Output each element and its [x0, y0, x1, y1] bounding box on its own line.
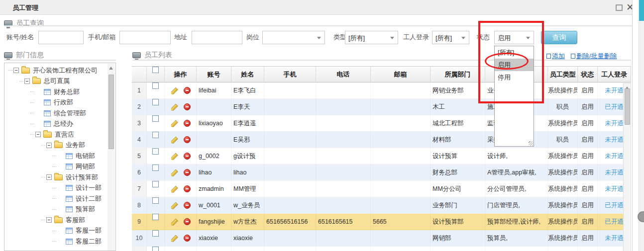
- query-select-4[interactable]: [所有]: [345, 31, 398, 44]
- row-checkbox[interactable]: [152, 197, 159, 204]
- scrollbar-thumb[interactable]: [639, 0, 644, 21]
- scroll-up-icon[interactable]: [109, 67, 113, 70]
- checkbox-cell: [147, 132, 165, 148]
- delete-row-icon[interactable]: [184, 87, 191, 94]
- cell-account: fangshijie: [197, 214, 231, 230]
- tree-node[interactable]: 总司直属: [4, 76, 107, 87]
- edit-icon[interactable]: [170, 202, 178, 209]
- tree-node[interactable]: 网销部: [4, 162, 107, 172]
- cell-account: [197, 132, 231, 148]
- tree-node[interactable]: 设计预算部: [4, 172, 107, 183]
- tree-node[interactable]: 财务总部: [4, 86, 107, 97]
- collapse-expander-icon[interactable]: [46, 217, 52, 223]
- edit-icon[interactable]: [170, 120, 178, 127]
- row-number: 5: [132, 148, 147, 165]
- delete-row-icon[interactable]: [184, 185, 191, 192]
- scrollbar-thumb[interactable]: [108, 75, 114, 149]
- actions-cell: [165, 230, 197, 247]
- tree-node[interactable]: 客服二部: [4, 236, 107, 247]
- select-all-checkbox[interactable]: [152, 67, 159, 73]
- tree-scrollbar[interactable]: [107, 64, 115, 251]
- collapse-expander-icon[interactable]: [24, 79, 30, 84]
- actions-cell: [165, 132, 197, 148]
- collapse-expander-icon[interactable]: [46, 174, 52, 180]
- tree-node[interactable]: 开心装饰工程有限公司: [4, 65, 107, 76]
- table-row[interactable]: 6lihaolihao财务总部A管理员,app审核,系统操作员启用未开通: [132, 165, 631, 181]
- tree-node[interactable]: 预算部: [4, 204, 107, 215]
- table-row[interactable]: 9fangshijiew方世杰6516565161566516165615566…: [132, 214, 631, 230]
- collapse-expander-icon[interactable]: [35, 132, 41, 137]
- tree-node[interactable]: 电销部: [4, 151, 107, 162]
- add-button[interactable]: 添加: [546, 52, 565, 61]
- tree-node[interactable]: 客服部: [4, 215, 107, 226]
- table-icon: [66, 239, 73, 245]
- table-row[interactable]: 10xiaoxiexiaoxie网销部预算员,系统操作员启用未开通: [132, 230, 631, 247]
- tree-node[interactable]: 行政部: [4, 97, 107, 108]
- tree-node[interactable]: 业务部: [4, 140, 107, 151]
- row-checkbox[interactable]: [152, 132, 159, 138]
- maximize-icon[interactable]: [616, 4, 623, 11]
- table-row[interactable]: 1lifeibaiE李飞白网销业务部业务员,系统操作员启用未开通: [132, 83, 631, 99]
- delete-row-icon[interactable]: [184, 103, 191, 110]
- tree-node[interactable]: 设计一部: [4, 183, 107, 194]
- query-select-3[interactable]: [262, 31, 325, 44]
- delete-row-icon[interactable]: [184, 136, 191, 143]
- row-checkbox[interactable]: [152, 247, 159, 251]
- table-row[interactable]: 2E李天木工施工员,职员启用已开通: [132, 99, 631, 115]
- tree-node[interactable]: 设计二部: [4, 193, 107, 204]
- cell-status: 启用: [578, 115, 598, 132]
- delete-row-icon[interactable]: [184, 235, 191, 242]
- resize-handle-icon[interactable]: [529, 141, 533, 146]
- query-input-2[interactable]: [192, 31, 242, 44]
- query-input-1[interactable]: [119, 31, 171, 44]
- row-checkbox[interactable]: [152, 214, 159, 220]
- edit-icon[interactable]: [170, 103, 178, 111]
- edit-icon[interactable]: [170, 87, 178, 94]
- query-input-0[interactable]: [38, 31, 84, 44]
- table-row[interactable]: 3lixiaoyaoE李逍遥城北工程部监理,系统操作员启用未开通: [132, 115, 631, 132]
- edit-icon[interactable]: [170, 218, 178, 226]
- row-checkbox[interactable]: [152, 165, 159, 171]
- collapse-expander-icon[interactable]: [13, 68, 19, 73]
- edit-icon[interactable]: [170, 153, 178, 160]
- row-number: 3: [132, 115, 147, 132]
- divider: [4, 60, 116, 61]
- delete-batch-button[interactable]: 删除/批量删除: [571, 52, 617, 61]
- row-checkbox[interactable]: [152, 115, 159, 122]
- table-row[interactable]: 8w_0001w_业务员业务部门门店管理员,系统操作员启用已开通: [132, 197, 631, 214]
- row-checkbox[interactable]: [152, 181, 159, 187]
- tree-connector: [52, 198, 56, 199]
- table-row[interactable]: 11: [132, 247, 631, 251]
- edit-icon[interactable]: [170, 169, 178, 176]
- row-checkbox[interactable]: [152, 83, 159, 89]
- query-button[interactable]: 查询: [541, 31, 577, 44]
- edit-icon[interactable]: [170, 235, 178, 242]
- cell-dept: MM分公司: [430, 181, 485, 197]
- delete-row-icon[interactable]: [184, 218, 191, 225]
- query-select-5[interactable]: [所有]: [432, 31, 469, 44]
- table-row[interactable]: 7zmadminMM管理MM分公司分公司管理员,系统操作员启用未开通: [132, 181, 631, 197]
- tree-node[interactable]: 综合管理部: [4, 108, 107, 119]
- row-checkbox[interactable]: [152, 148, 159, 155]
- edit-icon[interactable]: [170, 136, 178, 144]
- row-checkbox[interactable]: [152, 230, 159, 237]
- delete-row-icon[interactable]: [184, 120, 191, 127]
- table-row[interactable]: 4E吴邪材料部采购员,职员启用未开通: [132, 132, 631, 148]
- cell-status: 启用: [578, 99, 598, 115]
- delete-row-icon[interactable]: [184, 153, 191, 160]
- delete-row-icon[interactable]: [184, 169, 191, 176]
- cell-type: 系统操作员: [548, 165, 578, 181]
- tree-node[interactable]: 总经办: [4, 119, 107, 130]
- tree-node[interactable]: 直营店: [4, 129, 107, 140]
- tree-connector: [30, 102, 34, 103]
- tree-node[interactable]: 客服一部: [4, 226, 107, 237]
- query-field-label: 手机/邮箱: [88, 33, 116, 42]
- scrollbar-thumb[interactable]: [625, 88, 630, 125]
- cell-dept: 网销部: [430, 230, 485, 247]
- edit-icon[interactable]: [170, 185, 178, 193]
- table-scrollbar[interactable]: [623, 83, 631, 251]
- delete-row-icon[interactable]: [184, 202, 191, 209]
- collapse-expander-icon[interactable]: [46, 143, 52, 148]
- table-row[interactable]: 5g_0002g设计预设计预算设计师,系统操作员启用未开通: [132, 148, 631, 165]
- row-checkbox[interactable]: [152, 99, 159, 105]
